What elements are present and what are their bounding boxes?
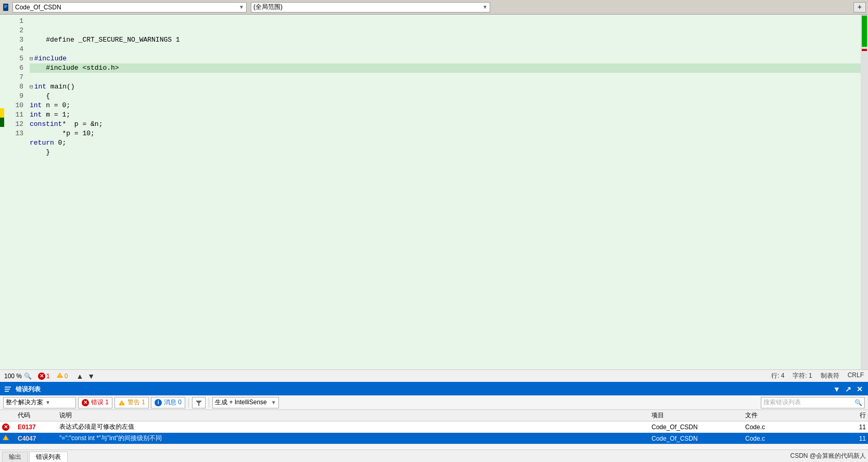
code-line[interactable]: ⊟int main()	[30, 82, 861, 92]
error-row-icon: ✕	[2, 424, 9, 431]
row-project-cell: Code_Of_CSDN	[649, 424, 743, 431]
file-dropdown[interactable]: Code_Of_CSDN ▼	[12, 2, 247, 12]
nav-down-arrow[interactable]: ▼	[87, 372, 95, 380]
row-project-cell: Code_Of_CSDN	[649, 435, 743, 442]
code-line[interactable]: {	[30, 92, 861, 101]
code-line[interactable]: int n = 0;	[30, 101, 861, 110]
code-line[interactable]: ⊟#include	[30, 54, 861, 63]
bottom-tabs: 输出 错误列表 CSDN @会算账的代码新人	[0, 450, 868, 462]
error-row[interactable]: ✕ E0137 表达式必须是可修改的左值 Code_Of_CSDN Code.c…	[0, 421, 868, 433]
svg-text:!: !	[5, 436, 7, 441]
line-number: 6	[4, 63, 23, 73]
filter-icon	[196, 400, 202, 406]
undock-button[interactable]: ↗	[844, 385, 852, 393]
panel-controls: ▼ ↗ ✕	[833, 385, 864, 393]
code-line[interactable]	[30, 73, 861, 82]
code-line[interactable]: int m = 1;	[30, 110, 861, 120]
row-icon-cell: ✕	[0, 423, 16, 431]
line-number: 9	[4, 92, 23, 101]
code-line[interactable]: const int* p = &n;	[30, 120, 861, 129]
search-errors-box[interactable]: 搜索错误列表 🔍	[761, 397, 865, 408]
error-list-icon	[4, 386, 11, 393]
line-number: 2	[4, 26, 23, 35]
col-header-desc[interactable]: 说明	[57, 411, 649, 420]
line-number: 5	[4, 54, 23, 63]
line-number: 13	[4, 129, 23, 138]
gutter-marker	[0, 80, 4, 89]
info-filter-button[interactable]: i 消息 0	[151, 397, 185, 408]
svg-text:!: !	[121, 401, 123, 406]
col-header-project[interactable]: 项目	[649, 411, 743, 420]
branding-text: CSDN @会算账的代码新人	[790, 452, 866, 462]
code-line[interactable]: }	[30, 148, 861, 157]
col-header-file[interactable]: 文件	[743, 411, 837, 420]
solution-scope-dropdown[interactable]: 整个解决方案 ▼	[3, 397, 76, 408]
error-filter-button[interactable]: ✕ 错误 1	[78, 397, 112, 408]
svg-rect-8	[5, 391, 9, 392]
file-dropdown-arrow: ▼	[239, 4, 244, 10]
zoom-level: 100 % 🔍	[4, 373, 32, 380]
error-table: ✕ E0137 表达式必须是可修改的左值 Code_Of_CSDN Code.c…	[0, 421, 868, 450]
gutter-marker	[0, 118, 4, 127]
row-indicator: 行: 4	[771, 371, 784, 380]
scrollbar-marker-green	[862, 16, 867, 47]
gutter-marker	[0, 15, 4, 24]
add-tab-button[interactable]: +	[853, 2, 866, 12]
svg-rect-1	[4, 5, 7, 6]
scope-arrow: ▼	[45, 400, 50, 405]
build-dropdown[interactable]: 生成 + IntelliSense ▼	[212, 397, 279, 408]
code-line[interactable]: *p = 10;	[30, 129, 861, 138]
warning-filter-button[interactable]: ! 警告 1	[114, 397, 149, 408]
warning-count-badge[interactable]: ! 0	[56, 372, 68, 380]
pin-button[interactable]: ▼	[833, 385, 841, 393]
warning-row-icon: !	[2, 434, 9, 441]
svg-rect-7	[5, 389, 10, 390]
error-panel-header: 错误列表 ▼ ↗ ✕	[0, 383, 868, 395]
info-btn-icon: i	[155, 399, 162, 406]
code-line[interactable]: #include <stdio.h>	[30, 63, 861, 73]
svg-rect-2	[4, 6, 7, 7]
scope-label: (全局范围)	[253, 3, 283, 11]
tab-output[interactable]: 输出	[2, 452, 28, 462]
scope-dropdown[interactable]: (全局范围) ▼	[251, 2, 490, 12]
scrollbar-marker-red	[862, 49, 867, 51]
error-table-header: 代码 说明 项目 文件 行	[0, 410, 868, 421]
status-right: 行: 4 字符: 1 制表符 CRLF	[771, 371, 864, 380]
col-header-line[interactable]: 行	[837, 411, 868, 420]
code-editor[interactable]: #define _CRT_SECURE_NO_WARNINGS 1 ⊟#incl…	[28, 15, 861, 369]
line-number: 3	[4, 35, 23, 45]
error-panel-title: 错误列表	[16, 385, 41, 394]
line-number: 8	[4, 82, 23, 92]
error-row[interactable]: ! C4047 "=":"const int *"与"int"的间接级别不同 C…	[0, 433, 868, 444]
svg-rect-6	[5, 387, 11, 388]
line-number: 7	[4, 73, 23, 82]
gutter-area	[0, 15, 4, 369]
toolbar-separator-1	[188, 397, 189, 408]
tab-error-list[interactable]: 错误列表	[29, 452, 68, 462]
code-line[interactable]: return 0;	[30, 138, 861, 148]
filter-button[interactable]	[192, 397, 206, 408]
line-number: 11	[4, 110, 23, 120]
build-arrow: ▼	[271, 400, 276, 405]
row-desc-cell: 表达式必须是可修改的左值	[57, 422, 649, 431]
error-count-badge[interactable]: ✕ 1	[38, 373, 50, 380]
close-panel-button[interactable]: ✕	[856, 385, 864, 393]
warning-triangle-icon: !	[56, 372, 63, 378]
gutter-marker	[0, 89, 4, 99]
svg-text:!: !	[59, 374, 60, 378]
nav-up-arrow[interactable]: ▲	[76, 372, 83, 380]
gutter-marker	[0, 71, 4, 80]
svg-rect-3	[4, 7, 6, 8]
code-line[interactable]	[30, 45, 861, 54]
code-line[interactable]: #define _CRT_SECURE_NO_WARNINGS 1	[30, 35, 861, 45]
row-file-cell: Code.c	[743, 424, 837, 431]
col-header-code[interactable]: 代码	[16, 411, 57, 420]
zoom-icon[interactable]: 🔍	[24, 373, 32, 380]
scrollbar[interactable]	[861, 15, 868, 369]
eol-indicator: CRLF	[848, 371, 864, 380]
file-icon	[2, 3, 10, 11]
row-line-cell: 11	[837, 435, 868, 442]
editor-area: 12345678910111213 #define _CRT_SECURE_NO…	[0, 15, 868, 369]
line-number: 10	[4, 101, 23, 110]
line-numbers: 12345678910111213	[4, 15, 28, 369]
